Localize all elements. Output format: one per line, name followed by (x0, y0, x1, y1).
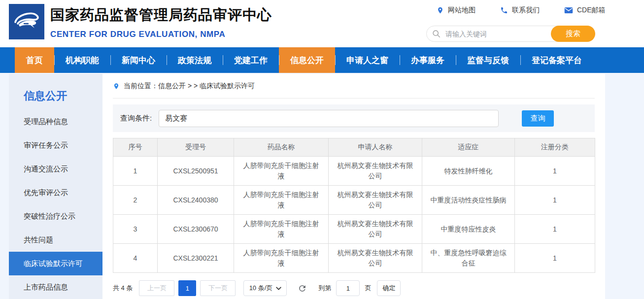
cell-drug-name: 人脐带间充质干细胞注射液 (234, 244, 329, 273)
col-header-indication: 适应症 (422, 138, 515, 157)
cell-index: 2 (113, 186, 158, 215)
sidebar-item-priority-review[interactable]: 优先审评公示 (9, 181, 102, 204)
cell-applicant: 杭州易文赛生物技术有限公司 (329, 215, 422, 244)
prev-page-button[interactable]: 上一页 (139, 280, 174, 296)
cell-indication: 中、重度急性呼吸窘迫综合征 (422, 244, 515, 273)
results-table: 序号 受理号 药品名称 申请人名称 适应症 注册分类 1 CXSL2500951… (113, 138, 595, 273)
table-row: 4 CXSL2300221 人脐带间充质干细胞注射液 杭州易文赛生物技术有限公司… (113, 244, 595, 273)
page-number-button[interactable]: 1 (178, 280, 196, 296)
pagination-bar: 共 4 条 上一页 1 下一页 10 条/页 到第 页 确定 (113, 280, 595, 296)
nav-item-registration-platform[interactable]: 登记备案平台 (520, 47, 593, 73)
cde-logo-icon (9, 4, 44, 39)
cell-indication: 中重度活动性炎症性肠病 (422, 186, 515, 215)
sidebar-item-communication[interactable]: 沟通交流公示 (9, 157, 102, 181)
breadcrumb: 当前位置：信息公开 > > 临床试验默示许可 (113, 74, 595, 99)
col-header-acceptance-no: 受理号 (158, 138, 234, 157)
page-size-select[interactable]: 10 条/页 (243, 280, 287, 296)
sidebar-item-clinical-trial-license[interactable]: 临床试验默示许可 (9, 252, 102, 275)
main-content: 当前位置：信息公开 > > 临床试验默示许可 查询条件: 查询 序号 受理号 药… (102, 74, 605, 299)
col-header-applicant: 申请人名称 (329, 138, 422, 157)
goto-page-input[interactable] (336, 280, 360, 296)
cell-registration-class: 1 (515, 244, 595, 273)
cell-acceptance-no: CXSL2300221 (158, 244, 234, 273)
contact-link-label: 联系我们 (512, 6, 540, 15)
nav-item-services[interactable]: 办事服务 (400, 47, 456, 73)
nav-item-party[interactable]: 党建工作 (223, 47, 279, 73)
cell-indication: 中重度特应性皮炎 (422, 215, 515, 244)
cell-acceptance-no: CXSL2400380 (158, 186, 234, 215)
nav-item-policy[interactable]: 政策法规 (167, 47, 223, 73)
cell-registration-class: 1 (515, 157, 595, 186)
cell-registration-class: 1 (515, 215, 595, 244)
sitemap-link-label: 网站地图 (448, 6, 475, 15)
table-row: 1 CXSL2500951 人脐带间充质干细胞注射液 杭州易文赛生物技术有限公司… (113, 157, 595, 186)
table-header-row: 序号 受理号 药品名称 申请人名称 适应症 注册分类 (113, 138, 595, 157)
main-nav: 首页 机构职能 新闻中心 政策法规 党建工作 信息公开 申请人之窗 办事服务 监… (0, 47, 644, 73)
query-condition-input[interactable] (159, 110, 499, 127)
cell-index: 4 (113, 244, 158, 273)
sidebar-item-marketed-drugs[interactable]: 上市药品信息 (9, 275, 102, 299)
sidebar-title: 信息公开 (9, 74, 102, 110)
site-header: 国家药品监督管理局药品审评中心 CENTER FOR DRUG EVALUATI… (0, 0, 644, 47)
cell-registration-class: 1 (515, 186, 595, 215)
nav-item-home[interactable]: 首页 (15, 47, 54, 73)
nav-item-news[interactable]: 新闻中心 (110, 47, 167, 73)
cell-applicant: 杭州易文赛生物技术有限公司 (329, 244, 422, 273)
confirm-button[interactable]: 确定 (377, 280, 401, 296)
search-button[interactable]: 搜索 (551, 26, 595, 42)
header-search-bar: 搜索 (426, 26, 595, 42)
total-count-label: 共 4 条 (113, 284, 133, 293)
nav-item-functions[interactable]: 机构职能 (54, 47, 110, 73)
cde-mail-link[interactable]: CDE邮箱 (564, 6, 606, 15)
table-row: 2 CXSL2400380 人脐带间充质干细胞注射液 杭州易文赛生物技术有限公司… (113, 186, 595, 215)
cell-index: 3 (113, 215, 158, 244)
location-pin-icon (113, 82, 120, 91)
search-icon (432, 30, 441, 38)
cell-applicant: 杭州易文赛生物技术有限公司 (329, 186, 422, 215)
query-button[interactable]: 查询 (522, 110, 554, 127)
nav-item-applicant-window[interactable]: 申请人之窗 (335, 47, 400, 73)
breadcrumb-text: 当前位置：信息公开 > > 临床试验默示许可 (124, 82, 255, 91)
page-size-value: 10 条/页 (249, 284, 273, 293)
nav-item-supervision[interactable]: 监督与反馈 (456, 47, 520, 73)
cell-indication: 特发性肺纤维化 (422, 157, 515, 186)
page-unit-label: 页 (365, 284, 371, 293)
sidebar-item-review-tasks[interactable]: 审评任务公示 (9, 133, 102, 157)
chevron-down-icon (276, 287, 281, 290)
query-form: 查询条件: 查询 (113, 104, 595, 132)
sidebar-item-common-issues[interactable]: 共性问题 (9, 228, 102, 252)
site-title-en: CENTER FOR DRUG EVALUATION, NMPA (50, 30, 272, 39)
mail-icon (564, 7, 573, 14)
site-titles: 国家药品监督管理局药品审评中心 CENTER FOR DRUG EVALUATI… (50, 5, 272, 39)
cell-acceptance-no: CXSL2300670 (158, 215, 234, 244)
cell-applicant: 杭州易文赛生物技术有限公司 (329, 157, 422, 186)
cell-drug-name: 人脐带间充质干细胞注射液 (234, 157, 329, 186)
cell-drug-name: 人脐带间充质干细胞注射液 (234, 215, 329, 244)
query-condition-label: 查询条件: (120, 114, 152, 123)
col-header-registration-class: 注册分类 (515, 138, 595, 157)
header-quick-links: 网站地图 联系我们 CDE邮箱 (437, 6, 606, 15)
col-header-index: 序号 (113, 138, 158, 157)
table-row: 3 CXSL2300670 人脐带间充质干细胞注射液 杭州易文赛生物技术有限公司… (113, 215, 595, 244)
nav-item-info-disclosure[interactable]: 信息公开 (279, 47, 335, 73)
next-page-button[interactable]: 下一页 (200, 280, 236, 296)
refresh-icon[interactable] (298, 283, 308, 294)
sitemap-link[interactable]: 网站地图 (437, 6, 475, 15)
cell-drug-name: 人脐带间充质干细胞注射液 (234, 186, 329, 215)
phone-icon (500, 6, 508, 14)
goto-page-label: 到第 (318, 284, 331, 293)
site-title-cn: 国家药品监督管理局药品审评中心 (50, 5, 272, 25)
cell-index: 1 (113, 157, 158, 186)
location-pin-icon (437, 6, 444, 15)
cde-mail-link-label: CDE邮箱 (577, 6, 606, 15)
sidebar: 信息公开 受理品种信息 审评任务公示 沟通交流公示 优先审评公示 突破性治疗公示… (9, 74, 102, 299)
sidebar-item-accepted-varieties[interactable]: 受理品种信息 (9, 110, 102, 133)
col-header-drug-name: 药品名称 (234, 138, 329, 157)
contact-link[interactable]: 联系我们 (500, 6, 540, 15)
cell-acceptance-no: CXSL2500951 (158, 157, 234, 186)
sidebar-item-breakthrough-therapy[interactable]: 突破性治疗公示 (9, 204, 102, 228)
